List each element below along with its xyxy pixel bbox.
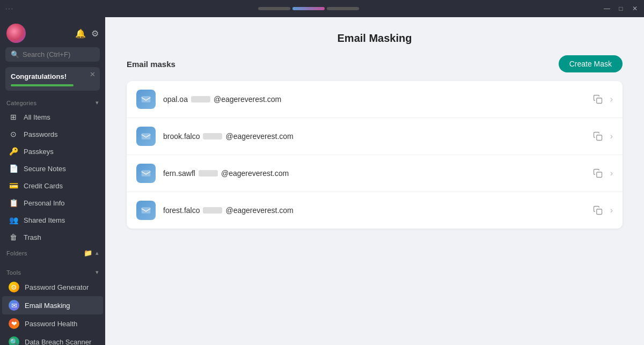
- tools-section-header: Tools ▾: [0, 266, 105, 278]
- mask-prefix: fern.sawfl: [163, 169, 195, 178]
- sidebar-item-data-breach[interactable]: 🔍Data Breach Scanner: [2, 333, 103, 345]
- search-icon: 🔍: [11, 50, 19, 58]
- svg-rect-2: [142, 133, 151, 140]
- svg-rect-6: [142, 207, 151, 214]
- personal-info-icon: 📋: [9, 198, 18, 208]
- sidebar-item-email-masking[interactable]: ✉Email Masking: [2, 296, 103, 314]
- categories-section-header: Categories ▾: [0, 96, 105, 108]
- shared-items-icon: 👥: [9, 215, 18, 225]
- sidebar-item-passwords[interactable]: ⊙Passwords: [2, 126, 103, 143]
- sidebar-item-password-health[interactable]: ❤Password Health: [2, 314, 103, 333]
- congrats-close-button[interactable]: ✕: [90, 70, 96, 78]
- masks-list: opal.oa@eagereverest.com › brook.falco@e…: [127, 81, 623, 229]
- chevron-right-icon[interactable]: ›: [610, 168, 613, 178]
- mask-email-icon: [136, 164, 156, 183]
- avatar[interactable]: [6, 24, 26, 43]
- mask-email-icon: [136, 127, 156, 146]
- titlebar-tab-1[interactable]: [258, 7, 290, 10]
- password-generator-label: Password Generator: [25, 283, 89, 291]
- sidebar-item-all-items[interactable]: ⊞All Items: [2, 108, 103, 126]
- folders-chevron-icon[interactable]: ▴: [96, 249, 99, 256]
- mask-prefix: brook.falco: [163, 132, 200, 141]
- passwords-icon: ⊙: [9, 129, 18, 139]
- shared-items-label: Shared Items: [24, 216, 65, 224]
- mask-item[interactable]: opal.oa@eagereverest.com ›: [127, 81, 623, 118]
- passkeys-icon: 🔑: [9, 146, 18, 156]
- sidebar-item-trash[interactable]: 🗑Trash: [2, 229, 103, 246]
- congrats-banner: Congratulations! ✕: [5, 67, 100, 91]
- titlebar-tab-3[interactable]: [327, 7, 359, 10]
- mask-item[interactable]: fern.sawfl@eagereverest.com ›: [127, 155, 623, 192]
- chevron-right-icon[interactable]: ›: [610, 94, 613, 104]
- titlebar-tabs: [258, 7, 359, 10]
- personal-info-label: Personal Info: [24, 199, 65, 207]
- password-health-icon: ❤: [9, 318, 19, 329]
- maximize-button[interactable]: □: [617, 5, 625, 12]
- app-body: 🔔 ⚙ 🔍 Search (Ctrl+F) Congratulations! ✕…: [0, 17, 644, 345]
- mask-item[interactable]: brook.falco@eagereverest.com ›: [127, 118, 623, 155]
- mask-address: fern.sawfl@eagereverest.com: [163, 169, 590, 178]
- masks-section-label: Email masks: [127, 60, 175, 69]
- masks-header: Email masks Create Mask: [127, 55, 623, 72]
- mask-blur: [199, 170, 218, 177]
- page-title: Email Masking: [105, 17, 644, 55]
- copy-icon[interactable]: [590, 165, 606, 181]
- all-items-label: All Items: [24, 113, 50, 121]
- main-content-area: Email Masking Email masks Create Mask op…: [105, 17, 644, 345]
- congrats-text: Congratulations!: [11, 72, 67, 80]
- chevron-right-icon[interactable]: ›: [610, 131, 613, 141]
- mask-prefix: forest.falco: [163, 206, 200, 215]
- mask-address: brook.falco@eagereverest.com: [163, 132, 590, 141]
- minimize-button[interactable]: —: [603, 5, 611, 12]
- mask-prefix: opal.oa: [163, 95, 188, 104]
- svg-rect-7: [596, 209, 602, 215]
- folders-label: Folders: [6, 250, 27, 256]
- sidebar-item-password-generator[interactable]: ⚙Password Generator: [2, 278, 103, 296]
- titlebar: ··· — □ ✕: [0, 0, 644, 17]
- credit-cards-label: Credit Cards: [24, 182, 63, 190]
- categories-list: ⊞All Items⊙Passwords🔑Passkeys📄Secure Not…: [0, 108, 105, 246]
- titlebar-menu-dots[interactable]: ···: [5, 5, 14, 12]
- create-mask-button[interactable]: Create Mask: [559, 55, 623, 72]
- bell-icon[interactable]: 🔔: [75, 28, 86, 39]
- window-controls: — □ ✕: [603, 5, 639, 12]
- sidebar-item-personal-info[interactable]: 📋Personal Info: [2, 194, 103, 211]
- sidebar-item-secure-notes[interactable]: 📄Secure Notes: [2, 160, 103, 177]
- mask-blur: [191, 96, 210, 102]
- copy-icon[interactable]: [590, 91, 606, 107]
- credit-cards-icon: 💳: [9, 181, 18, 190]
- titlebar-tab-2[interactable]: [292, 7, 325, 10]
- categories-label: Categories: [6, 100, 36, 106]
- mask-actions: ›: [590, 91, 613, 107]
- sidebar-item-credit-cards[interactable]: 💳Credit Cards: [2, 177, 103, 194]
- tools-chevron-icon[interactable]: ▾: [96, 269, 99, 276]
- mask-actions: ›: [590, 128, 613, 144]
- tools-list: ⚙Password Generator✉Email Masking❤Passwo…: [0, 278, 105, 345]
- search-placeholder: Search (Ctrl+F): [23, 50, 70, 58]
- main-content: Email masks Create Mask opal.oa@eagereve…: [105, 55, 644, 345]
- secure-notes-icon: 📄: [9, 164, 18, 173]
- close-button[interactable]: ✕: [631, 5, 639, 12]
- email-masking-icon: ✉: [9, 300, 19, 311]
- mask-actions: ›: [590, 202, 613, 218]
- trash-label: Trash: [24, 233, 41, 241]
- email-masking-label: Email Masking: [25, 302, 70, 310]
- search-bar[interactable]: 🔍 Search (Ctrl+F): [5, 47, 100, 62]
- categories-chevron-icon[interactable]: ▾: [96, 99, 99, 106]
- tools-label: Tools: [6, 269, 21, 276]
- add-folder-icon[interactable]: 📁: [84, 249, 92, 257]
- gear-icon[interactable]: ⚙: [91, 28, 99, 39]
- copy-icon[interactable]: [590, 202, 606, 218]
- copy-icon[interactable]: [590, 128, 606, 144]
- sidebar-item-shared-items[interactable]: 👥Shared Items: [2, 211, 103, 229]
- chevron-right-icon[interactable]: ›: [610, 205, 613, 215]
- trash-icon: 🗑: [9, 232, 18, 242]
- sidebar-item-passkeys[interactable]: 🔑Passkeys: [2, 143, 103, 160]
- all-items-icon: ⊞: [9, 112, 18, 122]
- svg-rect-3: [596, 135, 602, 141]
- mask-item[interactable]: forest.falco@eagereverest.com ›: [127, 192, 623, 229]
- password-generator-icon: ⚙: [9, 282, 19, 292]
- secure-notes-label: Secure Notes: [24, 165, 66, 173]
- svg-rect-0: [142, 96, 151, 102]
- mask-suffix: @eagereverest.com: [225, 132, 293, 141]
